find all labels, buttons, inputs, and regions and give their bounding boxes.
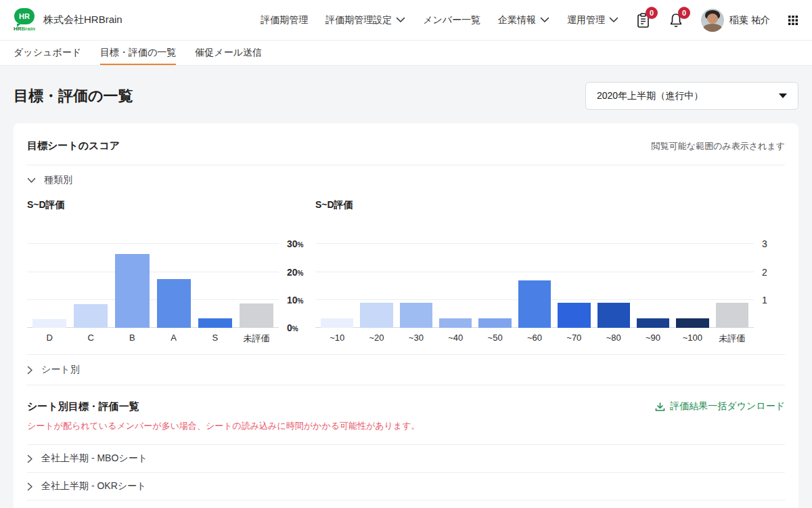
x-tick-label: C (74, 333, 108, 345)
y-axis-labels: 123 (754, 233, 785, 328)
company-name: 株式会社HRBrain (43, 14, 122, 26)
period-selector[interactable]: 2020年上半期（進行中） (585, 82, 798, 110)
sheet-row-label: 全社上半期 - MBOシート (41, 452, 148, 465)
x-tick-label: 未評価 (240, 333, 273, 345)
bar-~50 (478, 318, 511, 328)
chart-1: S~D評価123~10~20~30~40~50~60~70~80~90~100未… (315, 196, 785, 345)
bar-~100 (676, 318, 708, 328)
y-tick-label: 3 (762, 238, 767, 249)
x-tick-label: ~50 (478, 333, 511, 345)
chevron-down-icon (396, 17, 405, 23)
x-tick-label: ~10 (321, 333, 353, 345)
notifications-button[interactable]: 0 (669, 12, 683, 28)
y-tick-label: 0% (287, 322, 298, 333)
period-selected-value: 2020年上半期（進行中） (597, 90, 703, 102)
bar-~60 (518, 280, 551, 328)
bar-~90 (637, 318, 669, 328)
nav-item-1[interactable]: 評価期管理設定 (325, 14, 405, 26)
group-by-sheet-label: シート別 (41, 364, 80, 376)
tasks-clipboard-button[interactable]: 0 (636, 12, 651, 28)
nav-item-0[interactable]: 評価期管理 (261, 14, 308, 26)
x-tick-label: ~40 (439, 333, 472, 345)
loading-warning: シートが配られているメンバーが多い場合、シートの読み込みに時間がかかる可能性があ… (27, 420, 785, 432)
nav-item-label: 運用管理 (567, 14, 605, 26)
logo-wordmark: HRBrain (14, 26, 35, 32)
sheet-row-label: 全社上半期 - OKRシート (41, 480, 146, 492)
score-card-title: 目標シートのスコア (27, 140, 120, 152)
bar-未評価 (716, 303, 748, 328)
chart-title: S~D評価 (27, 199, 310, 211)
x-tick-label: ~70 (558, 333, 590, 345)
x-axis-labels: ~10~20~30~40~50~60~70~80~90~100未評価 (315, 333, 754, 345)
chevron-right-icon (27, 454, 33, 463)
x-tick-label: D (32, 333, 66, 345)
bar-S (198, 318, 232, 328)
x-tick-label: ~90 (637, 333, 669, 345)
notifications-badge: 0 (678, 7, 690, 19)
y-tick-label: 1 (762, 295, 767, 305)
chart-plot-area (27, 233, 279, 328)
x-tick-label: ~30 (400, 333, 432, 345)
chevron-right-icon (27, 482, 33, 491)
x-tick-label: S (198, 333, 232, 345)
x-tick-label: ~100 (676, 333, 708, 345)
bar-A (157, 279, 191, 328)
download-results-label: 評価結果一括ダウンロード (670, 400, 785, 412)
bar-~20 (360, 303, 392, 328)
nav-item-label: 企業情報 (498, 14, 536, 26)
chevron-right-icon (27, 366, 33, 375)
y-axis-labels: 0%10%20%30% (279, 233, 310, 328)
y-tick-label: 10% (287, 295, 303, 305)
page-title: 目標・評価の一覧 (14, 86, 133, 106)
x-tick-label: ~80 (597, 333, 630, 345)
x-tick-label: B (115, 333, 149, 345)
sheet-row-0[interactable]: 全社上半期 - MBOシート (27, 445, 785, 472)
bar-~40 (439, 318, 472, 328)
bar-D (32, 319, 66, 328)
download-results-link[interactable]: 評価結果一括ダウンロード (655, 400, 785, 412)
x-tick-label: A (157, 333, 191, 345)
charts-row: S~D評価0%10%20%30%DCBAS未評価S~D評価123~10~20~3… (27, 195, 785, 354)
user-menu[interactable]: 稲葉 祐介 (701, 9, 770, 32)
logo-brain: Brain (22, 26, 35, 32)
nav-item-2[interactable]: メンバー一覧 (423, 14, 480, 26)
hrbrain-logo[interactable]: HR HRBrain (14, 8, 35, 32)
subnav-item-2[interactable]: 催促メール送信 (195, 41, 262, 65)
nav-item-3[interactable]: 企業情報 (498, 14, 549, 26)
user-avatar (701, 9, 724, 32)
bar-~80 (597, 303, 630, 328)
sub-nav: ダッシュボード目標・評価の一覧催促メール送信 (0, 41, 812, 66)
apps-grid-icon[interactable] (788, 15, 798, 26)
sheet-section-title: シート別目標・評価一覧 (27, 400, 139, 413)
chevron-down-icon (27, 177, 36, 184)
group-by-type-toggle[interactable]: 種類別 (27, 165, 785, 195)
subnav-item-0[interactable]: ダッシュボード (14, 41, 81, 65)
chart-title: S~D評価 (315, 199, 785, 211)
page-head: 目標・評価の一覧 2020年上半期（進行中） (0, 66, 812, 123)
sheet-row-2[interactable]: 全社上半期 - 1on1シート (27, 501, 785, 508)
nav-item-label: 評価期管理 (261, 14, 308, 26)
bar-~30 (400, 303, 432, 328)
nav-item-4[interactable]: 運用管理 (567, 14, 618, 26)
bar-~70 (558, 303, 590, 328)
y-tick-label: 2 (762, 267, 767, 278)
y-tick-label: 20% (287, 267, 303, 278)
x-tick-label: ~60 (518, 333, 551, 345)
bar-B (115, 254, 149, 328)
header-right: 評価期管理評価期管理設定メンバー一覧企業情報運用管理 0 0 稲葉 祐介 (261, 9, 798, 32)
nav-item-label: メンバー一覧 (423, 14, 480, 26)
sheet-row-1[interactable]: 全社上半期 - OKRシート (27, 473, 785, 500)
chevron-down-icon (609, 17, 618, 23)
sheet-list: 全社上半期 - MBOシート全社上半期 - OKRシート全社上半期 - 1on1… (27, 445, 785, 508)
subnav-item-1[interactable]: 目標・評価の一覧 (100, 41, 176, 65)
score-card: 目標シートのスコア 閲覧可能な範囲のみ表示されます 種類別 S~D評価0%10%… (14, 123, 798, 508)
main-nav: 評価期管理評価期管理設定メンバー一覧企業情報運用管理 (261, 14, 618, 26)
download-icon (655, 402, 665, 412)
bar-~10 (321, 318, 353, 328)
x-tick-label: ~20 (360, 333, 392, 345)
user-name: 稲葉 祐介 (729, 14, 770, 26)
nav-item-label: 評価期管理設定 (325, 14, 392, 26)
visibility-note: 閲覧可能な範囲のみ表示されます (652, 140, 785, 152)
chart-0: S~D評価0%10%20%30%DCBAS未評価 (27, 196, 310, 345)
group-by-sheet-toggle[interactable]: シート別 (27, 355, 785, 385)
